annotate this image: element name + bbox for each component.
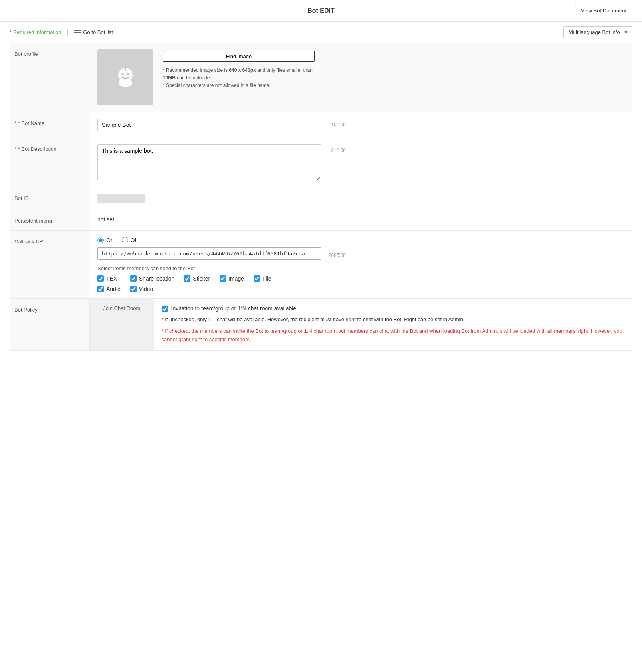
policy-checkbox-row: Invitation to team/group or 1:N chat roo… [162, 305, 625, 312]
required-info-label: * Required information [10, 29, 61, 35]
checkbox-sticker[interactable]: Sticker [184, 275, 210, 282]
bot-description-field-wrap: This is a sample bot. 21/100 [97, 144, 624, 180]
view-bot-document-button[interactable]: View Bot Document [575, 5, 632, 16]
toolbar-divider [67, 29, 68, 36]
callback-url-input[interactable] [97, 247, 321, 260]
profile-info: Find image * Recommended image size is 6… [163, 49, 315, 90]
bot-description-row: * Bot Description This is a sample bot. … [10, 138, 632, 187]
bot-name-char-count: 10/100 [326, 119, 346, 127]
bot-policy-row: Bot Policy Join Chat Room Invitation to … [10, 299, 632, 351]
svg-point-4 [125, 69, 126, 71]
list-icon [74, 30, 81, 34]
goto-bot-label: Go to Bot list [83, 29, 113, 35]
bot-id-placeholder [97, 194, 145, 203]
goto-bot-list[interactable]: Go to Bot list [74, 29, 113, 35]
bot-profile-row: Bot profile [10, 43, 632, 112]
policy-note: * If unchecked, only 1:1 chat will be av… [162, 316, 625, 324]
bot-profile-label: Bot profile [10, 43, 89, 112]
bot-description-content: This is a sample bot. 21/100 [89, 138, 632, 187]
checkbox-file-label: File [262, 275, 271, 282]
radio-off-label: Off [131, 237, 138, 243]
image-hint: * Recommended image size is 640 x 640px … [163, 67, 315, 90]
radio-on-label: On [106, 237, 114, 243]
checkbox-text-input[interactable] [97, 275, 104, 282]
join-chat-room-content: Invitation to team/group or 1:N chat roo… [154, 299, 633, 350]
bot-face-icon [113, 65, 138, 90]
bot-description-label: * Bot Description [10, 138, 89, 187]
bot-id-row: Bot ID [10, 187, 632, 210]
checkbox-text-label: TEXT [106, 275, 121, 282]
persistent-menu-label: Persistent menu [10, 210, 89, 231]
top-bar: Bot EDIT View Bot Document [0, 0, 642, 22]
checkbox-audio-label: Audio [106, 286, 121, 292]
checkbox-file-input[interactable] [254, 275, 260, 282]
toolbar: * Required information Go to Bot list Mu… [0, 22, 642, 43]
svg-point-1 [122, 73, 124, 75]
toolbar-left: * Required information Go to Bot list [10, 29, 113, 36]
join-chat-room-row: Join Chat Room Invitation to team/group … [90, 299, 633, 350]
callback-url-label: Callback URL [10, 231, 89, 299]
radio-on-input[interactable] [97, 237, 104, 243]
bot-name-content: 10/100 [89, 112, 632, 138]
svg-point-2 [127, 73, 129, 75]
main-content: Bot profile [0, 43, 642, 367]
checkbox-sticker-label: Sticker [193, 275, 210, 282]
url-row: 208/500 [97, 247, 624, 260]
checkbox-image[interactable]: Image [220, 275, 244, 282]
checkbox-audio[interactable]: Audio [97, 286, 121, 292]
checkbox-video-label: Video [139, 286, 153, 292]
join-chat-room-label: Join Chat Room [90, 299, 154, 350]
checkbox-video[interactable]: Video [130, 286, 153, 292]
bot-id-content [89, 187, 632, 210]
bot-description-input[interactable]: This is a sample bot. [97, 144, 321, 180]
profile-content: Find image * Recommended image size is 6… [97, 49, 624, 105]
page-title: Bot EDIT [307, 7, 335, 14]
find-image-button[interactable]: Find image [163, 51, 315, 62]
persistent-menu-content: not set [89, 210, 632, 231]
bot-policy-content: Invitation to team/group or 1:N chat roo… [162, 305, 625, 344]
checkboxes-row: TEXT Share location Sticker [97, 275, 624, 282]
checkbox-sticker-input[interactable] [184, 275, 190, 282]
checkbox-image-label: Image [228, 275, 244, 282]
checkbox-audio-input[interactable] [97, 286, 104, 292]
checkbox-share-location-input[interactable] [130, 275, 137, 282]
bot-name-row: * Bot Name 10/100 [10, 112, 632, 138]
bot-name-input[interactable] [97, 119, 321, 131]
bot-policy-nested: Join Chat Room Invitation to team/group … [89, 299, 632, 351]
bot-name-label: * Bot Name [10, 112, 89, 138]
bot-profile-image [97, 49, 153, 105]
checkbox-share-location[interactable]: Share location [130, 275, 175, 282]
callback-section: On Off 208/500 Select items members can … [97, 237, 624, 292]
checkbox-share-location-label: Share location [139, 275, 175, 282]
language-select[interactable]: Multilanguage Bot info English Japanese [563, 26, 632, 38]
radio-on[interactable]: On [97, 237, 114, 243]
callback-url-char-count: 208/500 [326, 249, 346, 258]
invitation-text: Invitation to team/group or 1:N chat roo… [171, 305, 297, 312]
checkbox-video-input[interactable] [130, 286, 137, 292]
callback-radio-row: On Off [97, 237, 624, 243]
persistent-menu-row: Persistent menu not set [10, 210, 632, 231]
checkbox-file[interactable]: File [254, 275, 271, 282]
checkboxes-row-2: Audio Video [97, 286, 624, 292]
checkbox-image-input[interactable] [220, 275, 226, 282]
callback-url-content: On Off 208/500 Select items members can … [89, 231, 632, 299]
checkbox-text[interactable]: TEXT [97, 275, 121, 282]
form-table: Bot profile [10, 43, 632, 351]
radio-off[interactable]: Off [122, 237, 138, 243]
nested-policy-table: Join Chat Room Invitation to team/group … [89, 299, 632, 350]
bot-description-char-count: 21/100 [326, 144, 346, 153]
policy-warning: * If checked, the members can invite the… [162, 327, 625, 344]
persistent-menu-value: not set [97, 216, 114, 223]
invitation-checkbox[interactable] [162, 306, 168, 312]
bot-id-label: Bot ID [10, 187, 89, 210]
radio-off-input[interactable] [122, 237, 128, 243]
bot-name-field-wrap: 10/100 [97, 119, 624, 131]
bot-profile-content: Find image * Recommended image size is 6… [89, 43, 632, 112]
select-items-label: Select items members can send to the Bot [97, 265, 624, 271]
image-hint-line2: * Special characters are not allowed in … [163, 83, 270, 88]
bot-policy-label: Bot Policy [10, 299, 89, 351]
callback-url-row: Callback URL On Off [10, 231, 632, 299]
lang-select-wrap: Multilanguage Bot info English Japanese … [563, 26, 632, 38]
